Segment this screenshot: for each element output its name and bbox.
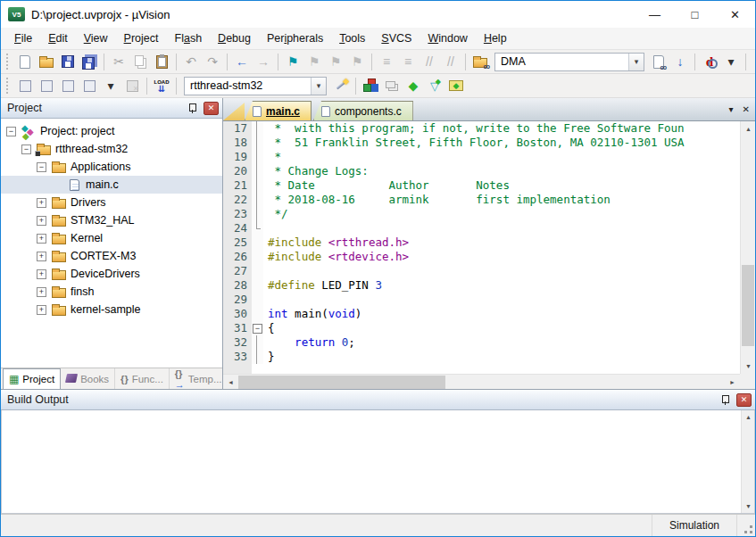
editor-close-icon[interactable]: ✕	[743, 104, 750, 114]
batch-build-button[interactable]	[79, 76, 100, 96]
start-stop-debug-button[interactable]	[699, 52, 720, 72]
batch-build-dropdown-button[interactable]: ▾	[100, 76, 121, 96]
lookup-word-button[interactable]	[648, 52, 669, 72]
expand-icon[interactable]: +	[37, 198, 46, 208]
find-in-files-button[interactable]	[469, 52, 491, 72]
project-panel-close-icon[interactable]: ✕	[204, 102, 219, 115]
insert-remove-breakpoint-button[interactable]: ●	[750, 52, 755, 72]
panel-tab-project[interactable]: ▦Project	[3, 368, 61, 389]
tree-item-cortex-m3[interactable]: +CORTEX-M3	[1, 247, 222, 265]
tree-item-finsh[interactable]: +finsh	[1, 283, 222, 301]
manage-project-items-button[interactable]	[381, 76, 403, 96]
menu-window[interactable]: Window	[420, 29, 475, 47]
menu-file[interactable]: File	[6, 29, 40, 47]
stop-build-button[interactable]	[121, 76, 143, 96]
menu-peripherals[interactable]: Peripherals	[259, 29, 331, 47]
tree-item-kernel-sample[interactable]: +kernel-sample	[1, 301, 222, 318]
pin-icon[interactable]	[187, 103, 198, 114]
redo-button[interactable]: ↷	[202, 52, 223, 72]
device-database-button[interactable]	[445, 76, 467, 96]
tree-item-project-project[interactable]: −Project: project	[1, 122, 222, 140]
options-for-target-button[interactable]	[330, 76, 352, 96]
tree-item-rtthread-stm32[interactable]: −rtthread-stm32	[1, 140, 222, 158]
menu-svcs[interactable]: SVCS	[373, 29, 420, 47]
menu-view[interactable]: View	[76, 29, 116, 47]
find-text-dropdown-icon[interactable]: ▾	[628, 54, 644, 70]
save-button[interactable]	[57, 52, 79, 72]
code-editor-area[interactable]: 17 * with this program; if not, write to…	[223, 121, 740, 374]
target-select-combo[interactable]: rtthread-stm32 ▾	[184, 77, 327, 95]
toolbar-grip[interactable]	[6, 78, 11, 94]
horizontal-scroll-thumb[interactable]	[238, 376, 445, 389]
fold-collapse-icon[interactable]	[252, 321, 263, 335]
close-button[interactable]: ✕	[715, 1, 755, 28]
open-file-button[interactable]	[36, 52, 57, 72]
debug-dropdown-button[interactable]: ▾	[720, 52, 742, 72]
expand-icon[interactable]: +	[37, 269, 46, 279]
scroll-down-icon[interactable]: ▼	[741, 359, 756, 374]
expand-icon[interactable]: +	[37, 252, 46, 261]
copy-button[interactable]	[129, 52, 151, 72]
cut-button[interactable]: ✂	[108, 52, 129, 72]
undo-button[interactable]: ↶	[180, 52, 202, 72]
editor-tab-main-c[interactable]: main.c	[245, 101, 312, 120]
navigate-back-button[interactable]: ←	[231, 52, 253, 72]
maximize-button[interactable]: □	[675, 1, 715, 28]
target-select-dropdown-icon[interactable]: ▾	[311, 78, 326, 95]
tree-item-main-c[interactable]: main.c	[1, 176, 222, 194]
incremental-find-button[interactable]: ↓	[669, 52, 691, 72]
tree-item-kernel[interactable]: +Kernel	[1, 229, 222, 247]
new-file-button[interactable]	[14, 52, 36, 72]
pin-icon[interactable]	[719, 394, 731, 406]
menu-edit[interactable]: Edit	[40, 29, 76, 47]
collapse-icon[interactable]: −	[6, 127, 16, 136]
editor-tab-components-c[interactable]: components.c	[313, 101, 413, 120]
build-output-close-icon[interactable]: ✕	[736, 393, 752, 407]
panel-tab-temp[interactable]: {}→Temp...	[170, 368, 228, 389]
tree-item-drivers[interactable]: +Drivers	[1, 194, 222, 211]
find-text-value[interactable]: DMA	[495, 55, 628, 68]
scroll-down-icon[interactable]: ▼	[742, 500, 755, 513]
previous-bookmark-button[interactable]: ⚑	[303, 52, 325, 72]
expand-icon[interactable]: +	[37, 234, 46, 244]
manage-run-time-environment-button[interactable]	[360, 76, 381, 96]
tree-item-applications[interactable]: −Applications	[1, 158, 222, 176]
tab-list-dropdown-icon[interactable]: ▾	[729, 104, 734, 114]
menu-project[interactable]: Project	[116, 29, 167, 47]
panel-tab-func[interactable]: {}Func...	[115, 368, 170, 389]
target-select-value[interactable]: rtthread-stm32	[185, 79, 311, 92]
menu-help[interactable]: Help	[476, 29, 515, 47]
rebuild-all-button[interactable]	[57, 76, 79, 96]
collapse-icon[interactable]: −	[21, 145, 31, 154]
menu-debug[interactable]: Debug	[210, 29, 259, 47]
editor-vertical-scrollbar[interactable]: ▲ ▼	[740, 121, 755, 374]
insert-bookmark-button[interactable]: ⚑	[282, 52, 303, 72]
unindent-button[interactable]: ≡	[397, 52, 419, 72]
paste-button[interactable]	[151, 52, 172, 72]
download-button[interactable]: LOAD⇊	[151, 76, 172, 96]
uncomment-selection-button[interactable]: //	[440, 52, 461, 72]
select-software-packs-button[interactable]	[424, 76, 445, 96]
vertical-scroll-thumb[interactable]	[742, 265, 754, 346]
scroll-left-icon[interactable]: ◄	[223, 375, 238, 390]
expand-icon[interactable]: +	[37, 287, 46, 297]
indent-button[interactable]: ≡	[376, 52, 397, 72]
resize-grip[interactable]	[737, 515, 755, 536]
build-output-content[interactable]: ▲ ▼	[1, 410, 755, 514]
expand-icon[interactable]: +	[37, 216, 46, 226]
scroll-right-icon[interactable]: ►	[725, 375, 740, 390]
collapse-icon[interactable]: −	[37, 162, 46, 172]
build-button[interactable]	[36, 76, 57, 96]
pack-installer-button[interactable]: ◆	[403, 76, 424, 96]
comment-selection-button[interactable]: //	[419, 52, 440, 72]
tree-item-stm32-hal[interactable]: +STM32_HAL	[1, 211, 222, 229]
next-bookmark-button[interactable]: ⚑	[325, 52, 346, 72]
editor-horizontal-scrollbar[interactable]: ◄ ►	[223, 374, 740, 389]
find-text-combo[interactable]: DMA ▾	[494, 53, 644, 71]
build-output-scrollbar[interactable]: ▲ ▼	[741, 410, 754, 513]
scroll-up-icon[interactable]: ▲	[741, 121, 756, 136]
translate-file-button[interactable]	[14, 76, 36, 96]
menu-flash[interactable]: Flash	[167, 29, 211, 47]
tree-item-devicedrivers[interactable]: +DeviceDrivers	[1, 265, 222, 283]
navigate-forward-button[interactable]: →	[253, 52, 274, 72]
